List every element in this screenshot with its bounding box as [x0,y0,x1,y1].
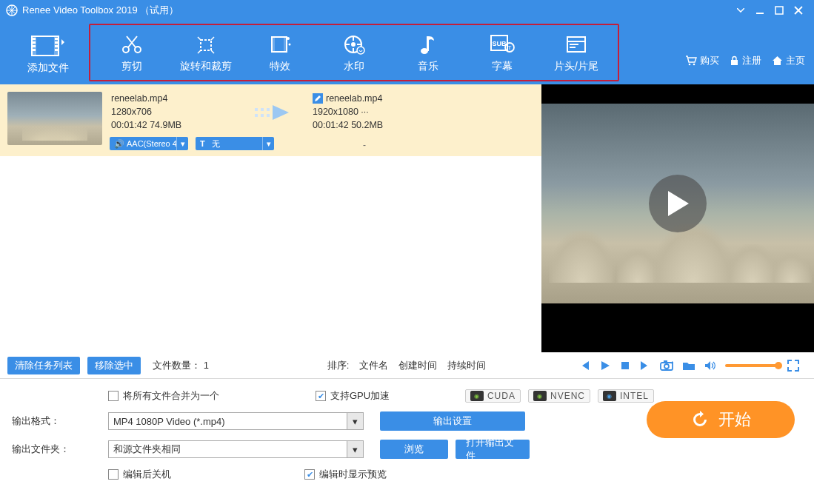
next-button[interactable] [639,360,651,372]
effects-icon [267,32,293,57]
cart-icon [685,56,697,66]
preview-play-button[interactable] [649,175,707,232]
play-icon [665,189,690,218]
preview-on-edit-label: 编辑时显示预览 [319,468,387,481]
source-info: reneelab.mp4 1280x706 00:01:42 74.9MB [111,92,244,132]
svg-rect-2 [775,7,783,14]
refresh-icon [690,410,710,429]
sort-by-ctime[interactable]: 创建时间 [398,359,437,372]
rotate-crop-icon [193,32,219,57]
speaker-icon: 🔊 [114,139,124,149]
svg-rect-40 [261,108,264,111]
svg-rect-1 [756,13,764,14]
chevron-down-icon: ▾ [347,413,363,429]
volume-icon[interactable] [704,360,716,371]
subtitle-track-dropdown[interactable]: T 无 ▾ [196,137,274,150]
output-format-combo[interactable]: MP4 1080P Video (*.mp4) ▾ [108,412,364,430]
svg-rect-41 [261,114,264,117]
open-folder-button[interactable] [682,360,695,371]
remove-selected-button[interactable]: 移除选中 [87,357,141,374]
intro-outro-icon [563,32,590,57]
intel-badge: ◉INTEL [598,389,654,403]
svg-rect-6 [33,38,36,40]
svg-rect-39 [255,114,258,117]
browse-button[interactable]: 浏览 [380,440,448,459]
preview-on-edit-checkbox[interactable] [304,469,315,480]
sort-by-duration[interactable]: 持续时间 [447,359,486,372]
app-logo-icon [6,4,18,16]
merge-all-checkbox[interactable] [108,391,119,401]
clear-list-button[interactable]: 清除任务列表 [7,357,80,374]
svg-rect-43 [267,114,270,117]
maximize-button[interactable] [770,3,789,18]
snapshot-button[interactable] [660,360,673,371]
preview-image [541,104,814,303]
gpu-accel-label: 支持GPU加速 [330,389,390,403]
home-link[interactable]: 主页 [772,54,805,67]
gpu-accel-checkbox[interactable] [316,391,326,401]
svg-rect-7 [33,41,36,44]
svg-point-15 [135,47,141,53]
cut-button[interactable]: 剪切 [95,32,169,73]
source-resolution: 1280x706 [111,105,244,118]
add-file-button[interactable]: 添加文件 [7,30,89,75]
lock-icon [730,56,739,66]
svg-point-46 [664,364,669,369]
file-count-label: 文件数量： 1 [153,359,209,372]
effects-button[interactable]: 特效 [243,32,317,73]
svg-rect-16 [201,40,211,50]
register-link[interactable]: 注册 [730,54,761,67]
svg-rect-10 [55,38,58,40]
output-folder-combo[interactable]: 和源文件夹相同 ▾ [108,440,364,458]
chevron-down-icon: ▾ [347,441,363,457]
svg-rect-19 [284,37,287,52]
fullscreen-button[interactable] [787,360,799,372]
output-settings-button[interactable]: 输出设置 [380,411,525,431]
svg-rect-11 [55,41,58,44]
watermark-button[interactable]: 水印 [317,32,391,73]
edit-filename-icon[interactable] [313,93,323,104]
shutdown-checkbox[interactable] [108,469,119,480]
svg-point-23 [351,42,356,47]
svg-rect-9 [33,49,36,51]
main-toolbar: 添加文件 剪切 旋转和裁剪 特效 水印 音乐 SUBT 字幕 片头/片尾 [0,21,814,84]
svg-rect-38 [255,108,258,111]
music-button[interactable]: 音乐 [391,32,465,73]
conversion-arrow-icon [244,102,304,123]
svg-point-20 [287,37,290,40]
svg-point-36 [693,64,695,66]
svg-point-35 [689,64,691,66]
sort-label: 排序: [327,359,350,372]
sort-by-name[interactable]: 文件名 [359,359,388,372]
svg-rect-47 [664,360,667,363]
svg-rect-33 [570,44,578,45]
settings-area: 将所有文件合并为一个 支持GPU加速 ◉CUDA ◉NVENC ◉INTEL 输… [0,379,814,487]
svg-rect-26 [427,36,429,51]
svg-rect-34 [570,47,576,48]
open-output-button[interactable]: 打开输出文件 [456,440,530,459]
title-bar: Renee Video Toolbox 2019 （试用） [0,0,814,21]
minimize-button[interactable] [750,3,770,18]
audio-track-dropdown[interactable]: 🔊AAC(Stereo 44 ▾ [110,137,188,150]
close-button[interactable] [789,3,808,18]
prev-button[interactable] [578,360,590,372]
play-button[interactable] [599,360,611,372]
target-filename: reneelab.mp4 [326,92,382,105]
source-filename: reneelab.mp4 [111,92,244,105]
target-duration-size: 00:01:42 50.2MB [313,118,383,132]
volume-slider[interactable] [725,364,778,367]
start-button[interactable]: 开始 [647,401,795,438]
edit-tools-group: 剪切 旋转和裁剪 特效 水印 音乐 SUBT 字幕 片头/片尾 [89,24,619,81]
subtitle-button[interactable]: SUBT 字幕 [465,32,539,73]
rotate-crop-button[interactable]: 旋转和裁剪 [169,32,243,73]
source-duration-size: 00:01:42 74.9MB [111,118,244,132]
stop-button[interactable] [620,360,630,371]
svg-point-14 [123,47,129,53]
intro-outro-button[interactable]: 片头/片尾 [539,32,613,73]
buy-link[interactable]: 购买 [685,54,719,67]
task-row[interactable]: reneelab.mp4 1280x706 00:01:42 74.9MB re… [0,84,541,156]
dropdown-icon[interactable] [731,3,750,18]
shutdown-label: 编辑后关机 [123,468,171,481]
svg-rect-37 [731,60,738,65]
svg-text:T: T [508,44,512,51]
